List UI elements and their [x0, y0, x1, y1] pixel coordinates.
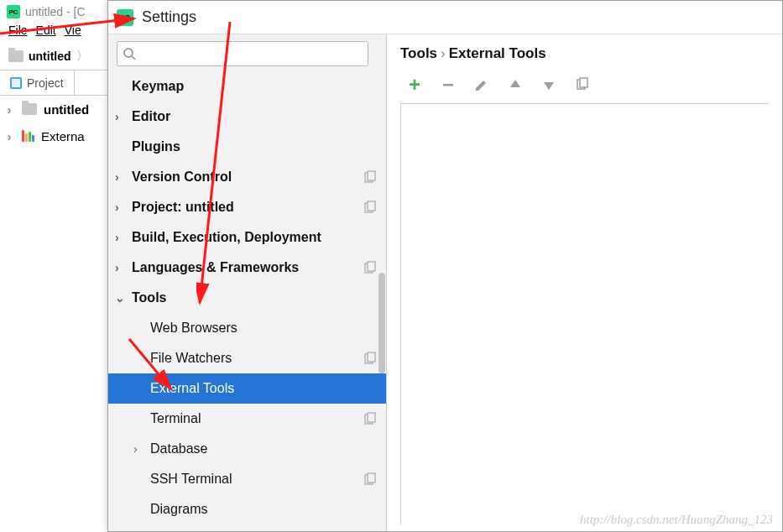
copy-button [573, 76, 592, 94]
external-tools-toolbar: + − [400, 66, 769, 103]
settings-item-label: SSH Terminal [150, 472, 232, 487]
settings-item-label: Build, Execution, Deployment [132, 230, 321, 245]
settings-item-label: Database [150, 441, 208, 456]
settings-item-project-untitled[interactable]: ›Project: untitled [108, 192, 386, 222]
add-button[interactable]: + [405, 76, 424, 94]
chevron-icon: › [115, 261, 119, 274]
tree-root-label: untitled [44, 102, 89, 117]
settings-item-diagrams[interactable]: Diagrams [108, 494, 386, 524]
copy-icon [363, 200, 378, 215]
chevron-right-icon[interactable]: › [3, 102, 15, 117]
chevron-icon: › [115, 170, 119, 184]
settings-item-label: File Watchers [150, 351, 232, 366]
svg-rect-7 [368, 262, 375, 271]
svg-rect-11 [368, 413, 375, 422]
breadcrumb-sep: › [441, 45, 446, 62]
external-libs-icon [22, 130, 34, 142]
edit-button [472, 76, 491, 94]
settings-item-label: Project: untitled [132, 200, 234, 215]
copy-icon [363, 170, 378, 185]
project-tab-label: Project [27, 76, 64, 90]
chevron-icon: › [115, 110, 119, 123]
settings-item-tools[interactable]: ⌄Tools [108, 283, 386, 313]
settings-item-editor[interactable]: ›Editor [108, 102, 386, 132]
settings-item-label: Version Control [132, 170, 232, 185]
watermark: http://blog.csdn.net/HuangZhang_123 [580, 513, 773, 527]
breadcrumb-parent[interactable]: Tools [400, 45, 437, 62]
svg-rect-13 [368, 473, 375, 482]
svg-rect-9 [368, 352, 375, 362]
settings-item-label: Web Browsers [150, 321, 238, 336]
move-up-button [506, 76, 525, 94]
search-input[interactable] [141, 47, 363, 60]
search-icon [123, 47, 136, 60]
settings-item-label: Editor [132, 109, 170, 124]
folder-icon [8, 50, 23, 62]
svg-line-1 [132, 56, 135, 60]
chevron-icon: › [115, 201, 119, 214]
settings-search[interactable] [117, 41, 368, 66]
main-window-title: untitled - [C [25, 5, 86, 18]
settings-item-label: Plugins [132, 139, 180, 154]
settings-item-label: External Tools [150, 381, 234, 396]
menu-view[interactable]: Vie [61, 23, 85, 42]
settings-item-external-tools[interactable]: External Tools [108, 373, 386, 404]
external-tools-list[interactable] [400, 103, 769, 524]
menu-edit[interactable]: Edit [33, 23, 60, 42]
chevron-right-icon[interactable]: › [3, 129, 15, 143]
chevron-icon: › [133, 442, 138, 456]
settings-item-ssh-terminal[interactable]: SSH Terminal [108, 464, 386, 494]
svg-rect-5 [368, 201, 375, 211]
breadcrumb-root[interactable]: untitled [29, 50, 71, 63]
copy-icon [363, 411, 378, 426]
settings-item-database[interactable]: ›Database [108, 434, 386, 464]
copy-icon [363, 472, 378, 487]
chevron-icon: › [115, 231, 119, 244]
settings-title: Settings [142, 8, 196, 26]
menu-file[interactable]: File [5, 23, 31, 42]
settings-dialog: Settings Keymap›EditorPlugins›Version Co… [107, 0, 783, 532]
settings-item-keymap[interactable]: Keymap [108, 71, 386, 102]
settings-titlebar: Settings [108, 1, 782, 34]
settings-item-version-control[interactable]: ›Version Control [108, 162, 386, 192]
settings-tree: Keymap›EditorPlugins›Version Control›Pro… [108, 71, 386, 531]
settings-item-label: Diagrams [150, 502, 207, 517]
settings-item-file-watchers[interactable]: File Watchers [108, 343, 386, 373]
settings-sidebar: Keymap›EditorPlugins›Version Control›Pro… [108, 34, 387, 531]
svg-rect-3 [368, 171, 375, 180]
breadcrumb-leaf: External Tools [449, 45, 546, 62]
settings-item-label: Tools [132, 290, 166, 305]
app-icon [7, 5, 20, 18]
remove-button: − [439, 76, 457, 94]
settings-item-build-execution-deployment[interactable]: ›Build, Execution, Deployment [108, 222, 386, 253]
settings-content: Tools › External Tools + − [387, 34, 782, 531]
copy-icon [363, 351, 378, 366]
settings-item-label: Keymap [132, 79, 184, 94]
settings-item-web-browsers[interactable]: Web Browsers [108, 313, 386, 343]
tree-external-label: Externa [41, 129, 85, 143]
tab-project[interactable]: Project [0, 70, 75, 95]
settings-item-terminal[interactable]: Terminal [108, 404, 386, 434]
chevron-icon: ⌄ [115, 291, 125, 305]
settings-item-label: Terminal [150, 411, 201, 426]
settings-breadcrumb: Tools › External Tools [400, 41, 769, 66]
chevron-right-icon: 〉 [76, 49, 88, 64]
folder-icon [22, 103, 37, 115]
move-down-button [540, 76, 558, 94]
copy-icon [363, 260, 378, 275]
svg-rect-15 [580, 78, 587, 87]
settings-item-label: Languages & Frameworks [132, 260, 299, 275]
settings-item-plugins[interactable]: Plugins [108, 132, 386, 162]
svg-point-0 [124, 49, 133, 57]
settings-item-languages-frameworks[interactable]: ›Languages & Frameworks [108, 253, 386, 283]
project-icon [10, 77, 22, 89]
app-icon [117, 9, 133, 26]
